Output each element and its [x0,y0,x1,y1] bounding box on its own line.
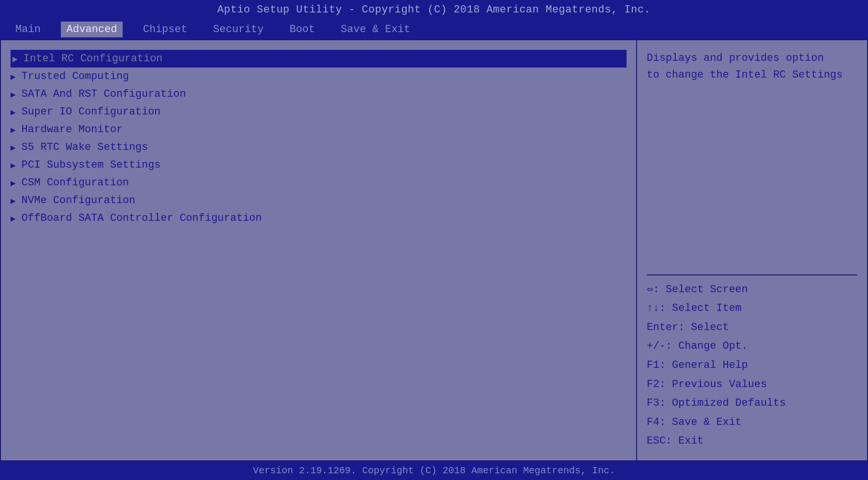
key-hint: +/-: Change Opt. [647,337,857,356]
menu-item-label: SATA And RST Configuration [22,88,186,100]
right-panel: Displays and provides option to change t… [637,40,867,460]
arrow-icon: ▶ [11,178,16,188]
nav-item-chipset[interactable]: Chipset [137,22,193,37]
menu-item[interactable]: ▶OffBoard SATA Controller Configuration [11,209,627,227]
menu-item-label: OffBoard SATA Controller Configuration [22,212,262,224]
arrow-icon: ▶ [12,54,18,64]
main-content: ▶Intel RC Configuration▶Trusted Computin… [0,39,868,461]
menu-item[interactable]: ▶CSM Configuration [11,174,627,192]
key-hint: ↑↓: Select Item [647,299,857,318]
arrow-icon: ▶ [11,89,16,100]
menu-item[interactable]: ▶NVMe Configuration [11,192,627,209]
help-line1: Displays and provides option [647,50,857,67]
menu-item[interactable]: ▶Super IO Configuration [11,103,627,121]
menu-item-label: Super IO Configuration [22,106,160,118]
menu-item-label: S5 RTC Wake Settings [22,141,148,153]
arrow-icon: ▶ [11,195,16,206]
footer-text: Version 2.19.1269. Copyright (C) 2018 Am… [253,465,615,476]
menu-item[interactable]: ▶PCI Subsystem Settings [11,156,627,174]
arrow-icon: ▶ [11,107,16,117]
footer: Version 2.19.1269. Copyright (C) 2018 Am… [0,461,868,480]
arrow-icon: ▶ [11,160,16,171]
key-hint: F1: General Help [647,356,857,375]
menu-item-label: Trusted Computing [22,70,129,82]
arrow-icon: ▶ [11,125,16,135]
help-text: Displays and provides option to change t… [647,50,857,270]
menu-item-label: CSM Configuration [22,177,129,189]
title-bar: Aptio Setup Utility - Copyright (C) 2018… [0,0,868,20]
nav-item-advanced[interactable]: Advanced [61,22,123,37]
nav-item-boot[interactable]: Boot [284,22,320,37]
left-panel: ▶Intel RC Configuration▶Trusted Computin… [1,40,637,460]
menu-item-label: PCI Subsystem Settings [22,159,160,171]
nav-item-main[interactable]: Main [10,22,46,37]
menu-item-label: Hardware Monitor [22,124,123,136]
nav-bar: MainAdvancedChipsetSecurityBootSave & Ex… [0,20,868,39]
key-hints: ⇔: Select Screen↑↓: Select ItemEnter: Se… [647,280,857,451]
key-hint: F4: Save & Exit [647,413,857,432]
arrow-icon: ▶ [11,71,16,82]
nav-item-security[interactable]: Security [207,22,270,37]
key-hint: ESC: Exit [647,432,857,451]
key-hint: ⇔: Select Screen [647,280,857,299]
key-hint: F3: Optimized Defaults [647,394,857,413]
menu-item[interactable]: ▶Hardware Monitor [11,121,627,138]
arrow-icon: ▶ [11,142,16,153]
menu-item[interactable]: ▶SATA And RST Configuration [11,85,627,103]
menu-item[interactable]: ▶Intel RC Configuration [11,50,627,68]
divider [647,274,857,275]
menu-item[interactable]: ▶Trusted Computing [11,68,627,85]
menu-item-label: NVMe Configuration [22,194,136,206]
nav-item-save-and-exit[interactable]: Save & Exit [335,22,416,37]
title-text: Aptio Setup Utility - Copyright (C) 2018… [217,4,651,16]
menu-item[interactable]: ▶S5 RTC Wake Settings [11,138,627,156]
key-hint: Enter: Select [647,318,857,337]
help-line2: to change the Intel RC Settings [647,67,857,83]
menu-item-label: Intel RC Configuration [23,53,162,65]
arrow-icon: ▶ [11,213,16,224]
key-hint: F2: Previous Values [647,375,857,394]
